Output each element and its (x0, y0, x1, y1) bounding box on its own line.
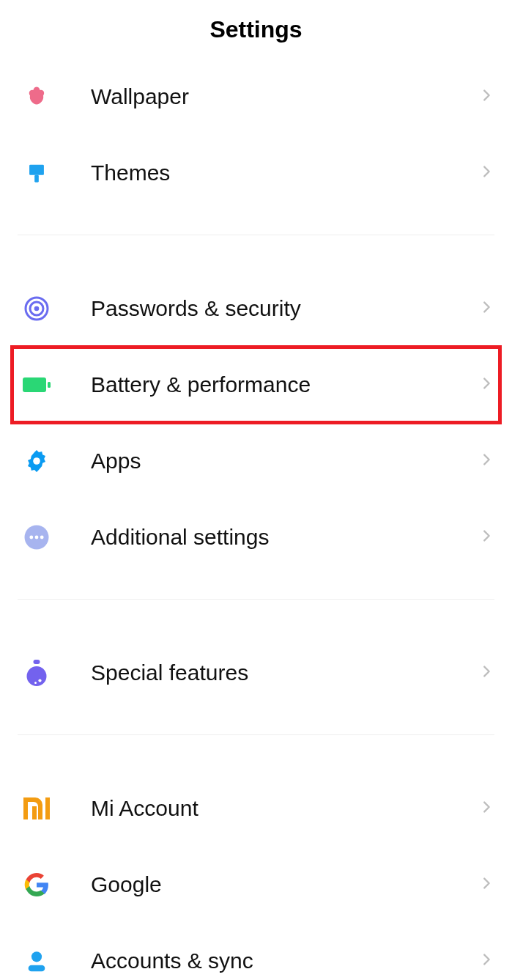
chevron-right-icon (478, 452, 494, 471)
chevron-right-icon (478, 528, 494, 547)
item-label: Google (91, 872, 478, 897)
chevron-right-icon (478, 799, 494, 818)
svg-point-13 (27, 666, 47, 686)
svg-point-9 (29, 536, 33, 539)
section-accounts: Mi Account Google (0, 770, 512, 980)
spacer (0, 235, 512, 270)
google-logo-icon (21, 869, 53, 901)
header: Settings (0, 0, 512, 59)
svg-point-7 (33, 457, 40, 465)
svg-rect-17 (45, 797, 50, 819)
spacer (0, 575, 512, 599)
item-label: Battery & performance (91, 372, 478, 397)
item-label: Themes (91, 161, 478, 185)
flask-icon (21, 657, 53, 689)
section-features: Special features (0, 635, 512, 711)
themes-icon (21, 157, 53, 189)
svg-rect-12 (34, 660, 40, 664)
svg-point-15 (34, 682, 37, 684)
chevron-right-icon (478, 663, 494, 682)
page-title: Settings (209, 16, 302, 43)
mi-logo-icon (21, 792, 53, 825)
svg-rect-5 (23, 377, 46, 392)
svg-point-4 (34, 306, 40, 312)
spacer (0, 735, 512, 770)
svg-rect-6 (48, 382, 51, 388)
svg-rect-16 (32, 806, 37, 819)
section-personalization: Wallpaper Themes (0, 59, 512, 211)
chevron-right-icon (478, 163, 494, 183)
item-passwords-security[interactable]: Passwords & security (0, 270, 512, 347)
spacer (0, 711, 512, 734)
item-battery-performance[interactable]: Battery & performance (0, 347, 512, 423)
svg-rect-19 (29, 965, 45, 972)
item-additional-settings[interactable]: Additional settings (0, 499, 512, 575)
item-apps[interactable]: Apps (0, 423, 512, 499)
item-label: Wallpaper (91, 84, 478, 109)
chevron-right-icon (478, 951, 494, 970)
item-label: Special features (91, 660, 478, 685)
spacer (0, 600, 512, 635)
more-dots-icon (21, 521, 53, 553)
account-person-icon (21, 945, 53, 977)
svg-point-11 (40, 536, 44, 539)
item-label: Mi Account (91, 796, 478, 821)
chevron-right-icon (478, 299, 494, 318)
item-special-features[interactable]: Special features (0, 635, 512, 711)
chevron-right-icon (478, 375, 494, 394)
svg-rect-1 (34, 175, 39, 183)
item-accounts-sync[interactable]: Accounts & sync (0, 923, 512, 980)
svg-point-10 (35, 536, 39, 539)
item-mi-account[interactable]: Mi Account (0, 770, 512, 847)
chevron-right-icon (478, 87, 494, 106)
wallpaper-icon (21, 81, 53, 113)
item-themes[interactable]: Themes (0, 135, 512, 211)
item-label: Passwords & security (91, 296, 478, 321)
svg-point-14 (38, 679, 41, 682)
svg-rect-0 (29, 165, 44, 175)
item-google[interactable]: Google (0, 847, 512, 923)
settings-page: Settings Wallpaper Themes (0, 0, 512, 980)
fingerprint-icon (21, 292, 53, 325)
chevron-right-icon (478, 875, 494, 894)
item-label: Accounts & sync (91, 948, 478, 973)
item-label: Apps (91, 449, 478, 474)
svg-point-18 (31, 951, 42, 962)
spacer (0, 211, 512, 235)
item-wallpaper[interactable]: Wallpaper (0, 59, 512, 135)
section-system: Passwords & security Battery & performan… (0, 270, 512, 575)
item-label: Additional settings (91, 525, 478, 550)
battery-icon (21, 369, 53, 401)
apps-gear-icon (21, 445, 53, 477)
